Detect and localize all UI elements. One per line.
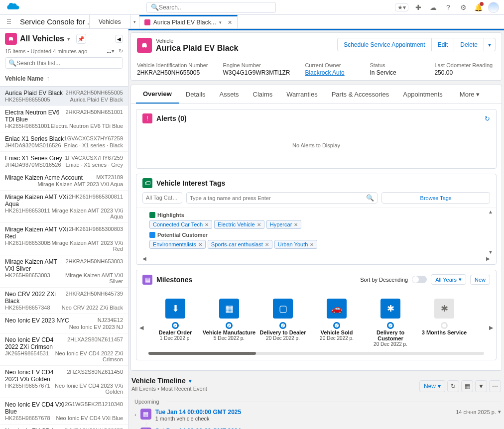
tag-icon: 🏷 — [142, 178, 152, 188]
user-avatar[interactable] — [488, 2, 499, 13]
salesforce-logo-icon — [5, 2, 20, 12]
tag-chip[interactable]: Connected Car Tech ✕ — [149, 220, 212, 229]
global-search-input[interactable] — [159, 4, 271, 11]
tag-category-select[interactable]: All Tag Cate… ▾ — [142, 192, 182, 204]
collapse-panel-icon[interactable]: ◀ — [115, 35, 123, 43]
tag-chip[interactable]: Hypercar ✕ — [266, 220, 302, 229]
remove-tag-icon[interactable]: ✕ — [257, 222, 261, 227]
timeline-item[interactable]: ›▦Tue Jan 14 00:00:00 GMT 20251 month ve… — [131, 407, 501, 423]
remove-tag-icon[interactable]: ✕ — [294, 222, 298, 227]
refresh-alerts-icon[interactable]: ↻ — [485, 115, 490, 122]
display-as-icon[interactable]: ☷▾ — [107, 48, 115, 54]
milestone-scroll-left-icon[interactable]: ◀ — [139, 324, 143, 331]
help-icon[interactable]: ? — [443, 2, 453, 12]
favorites-button[interactable]: ★▾ — [395, 3, 408, 11]
remove-tag-icon[interactable]: ✕ — [205, 222, 209, 227]
tab-warranties[interactable]: Warranties — [279, 86, 324, 103]
list-view-title[interactable]: All Vehicles — [20, 34, 64, 43]
tab-parts[interactable]: Parts & Accessories — [325, 86, 396, 103]
timeline-expand-icon[interactable]: ▦ — [461, 380, 473, 392]
vehicle-list-item[interactable]: Neo Ionic EV 2023 NYCNJ234E12Neo Ionic E… — [0, 314, 128, 333]
more-actions-button[interactable]: ▾ — [484, 38, 496, 51]
list-search[interactable]: 🔍 — [5, 57, 123, 69]
browse-tags-button[interactable]: Browse Tags — [381, 192, 490, 204]
remove-tag-icon[interactable]: ✕ — [265, 242, 269, 247]
expand-icon[interactable]: › — [134, 412, 136, 418]
milestone-item[interactable]: ✱✓Delivery to Customer20 Dec 2022 р. — [364, 299, 417, 347]
vehicle-list-item[interactable]: Mirage Kaizen AMT VXi Red2HK261H98653008… — [0, 223, 128, 255]
timeline-settings-icon[interactable]: ⋯ — [489, 380, 501, 392]
vehicle-list-item[interactable]: Neo CRV 2022 ZXi Black2HKRA2H50NH645739H… — [0, 288, 128, 314]
item-menu-icon[interactable]: ▾ — [498, 409, 501, 415]
year-filter-button[interactable]: All Years ▾ — [431, 274, 466, 285]
tab-chevron-icon[interactable]: ▾ — [219, 20, 222, 25]
milestone-item[interactable]: ▢✓Delivery to Dealer20 Dec 2022 р. — [256, 299, 310, 347]
app-launcher-icon[interactable]: ⠿ — [3, 15, 15, 28]
tab-more[interactable]: More▾ — [460, 91, 480, 98]
pin-list-icon[interactable]: 📌 — [76, 34, 86, 44]
remove-tag-icon[interactable]: ✕ — [310, 242, 314, 247]
scroll-up-icon[interactable]: ▲ — [488, 209, 493, 214]
delete-button[interactable]: Delete — [454, 38, 484, 51]
tab-overview[interactable]: Overview — [136, 85, 179, 104]
timeline-title[interactable]: Vehicle Timeline▾ — [131, 377, 207, 385]
tab-claims[interactable]: Claims — [246, 86, 280, 103]
vehicle-list-item[interactable]: Neo Ionic EV CD4 VXi Blue2G1WG5EK2B12103… — [0, 398, 128, 425]
setup-gear-icon[interactable]: ⚙ — [458, 2, 468, 12]
tag-chip[interactable]: Sports-car enthusiast ✕ — [208, 240, 272, 249]
scroll-down-icon[interactable]: ▼ — [488, 249, 493, 255]
milestone-item[interactable]: 🚗✓Vehicle Sold20 Dec 2022 р. — [310, 299, 364, 347]
vehicle-list-item[interactable]: Aurica Plaid EV Black2HKRA2H50NH655005HK… — [0, 87, 128, 106]
header-utilities: ★▾ ✚ ☁ ? ⚙ 🔔 — [395, 2, 499, 13]
schedule-button[interactable]: Schedule Service Appointment — [337, 38, 431, 51]
vehicle-list-item[interactable]: Neo Ionic EV CD4 VXi Silver2HKRA2H50NHG2… — [0, 425, 128, 429]
global-search[interactable]: 🔍 — [146, 2, 276, 13]
notifications-icon[interactable]: 🔔 — [473, 2, 483, 12]
vehicle-list-item[interactable]: Neo Ionic EV CD4 2022 ZXi Crimson2HLXA2S… — [0, 333, 128, 366]
vehicle-list-item[interactable]: Neo Ionic EV CD4 2023 VXi Golden2HZXS2S8… — [0, 366, 128, 398]
list-meta: 15 items • Updated 4 minutes ago — [5, 48, 87, 54]
vehicle-list-item[interactable]: Mirage Kaizen AMT VXi Silver2HKRA2H50NH6… — [0, 255, 128, 288]
scroll-right-icon[interactable]: ▶ — [486, 256, 490, 261]
tag-input[interactable]: 🔍 — [186, 192, 378, 204]
workspace-tab-vehicles[interactable]: Vehicles — [90, 15, 130, 28]
vehicle-list-item[interactable]: Mirage Kaizen AMT VXi Aqua2HK261H9865300… — [0, 191, 128, 223]
refresh-list-icon[interactable]: ↻ — [119, 48, 123, 54]
remove-tag-icon[interactable]: ✕ — [198, 242, 202, 247]
timeline-refresh-icon[interactable]: ↻ — [447, 380, 459, 392]
milestone-item[interactable]: ✱3 Months Service — [417, 299, 471, 347]
vehicle-list-item[interactable]: Eniac X1 Series Black1GVACXCSX7HY67259JH… — [0, 132, 128, 152]
tag-text-input[interactable] — [190, 195, 366, 201]
milestone-scroll-right-icon[interactable]: ▶ — [489, 324, 493, 331]
milestone-item[interactable]: ⬇✓Dealer Order1 Dec 2022 р. — [148, 299, 202, 347]
vehicle-list-item[interactable]: Mirage Kaizen Acme AccountMXT23189Mirage… — [0, 171, 128, 191]
list-view-switcher-icon[interactable]: ▾ — [67, 36, 70, 42]
new-milestone-button[interactable]: New — [470, 275, 490, 285]
workspace-tab-active[interactable]: Aurica Plaid EV Black... ▾ ✕ — [139, 15, 238, 28]
trailhead-icon[interactable]: ☁ — [428, 2, 438, 12]
milestone-item[interactable]: ▦✓Vehicle Manufacture5 Dec 2022 р. — [202, 299, 256, 347]
tab-assets[interactable]: Assets — [213, 86, 246, 103]
sort-toggle[interactable] — [412, 276, 427, 283]
scroll-left-icon[interactable]: ◀ — [142, 256, 146, 261]
workspace-tab-dropdown[interactable]: ▾ — [130, 15, 139, 28]
close-tab-icon[interactable]: ✕ — [228, 19, 232, 26]
vehicle-list-item[interactable]: Electra Neutron EV6 TDi Blue2HKRA2H50NH6… — [0, 106, 128, 132]
tab-appointments[interactable]: Appointments — [396, 86, 450, 103]
owner-link[interactable]: Blackrock Auto — [305, 69, 355, 76]
timeline-item[interactable]: ›▦Sat Dec 14 00:00:00 GMT 2024Delivery t… — [131, 426, 501, 429]
tab-details[interactable]: Details — [179, 86, 213, 103]
tag-chip[interactable]: Urban Youth ✕ — [274, 240, 318, 249]
list-search-input[interactable] — [16, 60, 120, 67]
tag-chip[interactable]: Electric Vehicle ✕ — [214, 220, 264, 229]
add-icon[interactable]: ✚ — [413, 2, 423, 12]
milestone-scrollbar[interactable] — [148, 352, 484, 355]
tag-chip[interactable]: Environmentalists ✕ — [149, 240, 206, 249]
timeline-filter-icon[interactable]: ▼ — [475, 380, 487, 392]
edit-button[interactable]: Edit — [432, 38, 455, 51]
column-header-name[interactable]: Vehicle Name ↑ — [0, 71, 128, 87]
milestone-check-icon: ✓ — [387, 322, 394, 329]
milestone-item[interactable]: ✱6 Months — [471, 299, 484, 347]
vehicle-list-item[interactable]: Eniac X1 Series Grey1FVACXCSX7HY67259JH4… — [0, 152, 128, 171]
timeline-new-button[interactable]: New ▾ — [419, 380, 445, 392]
